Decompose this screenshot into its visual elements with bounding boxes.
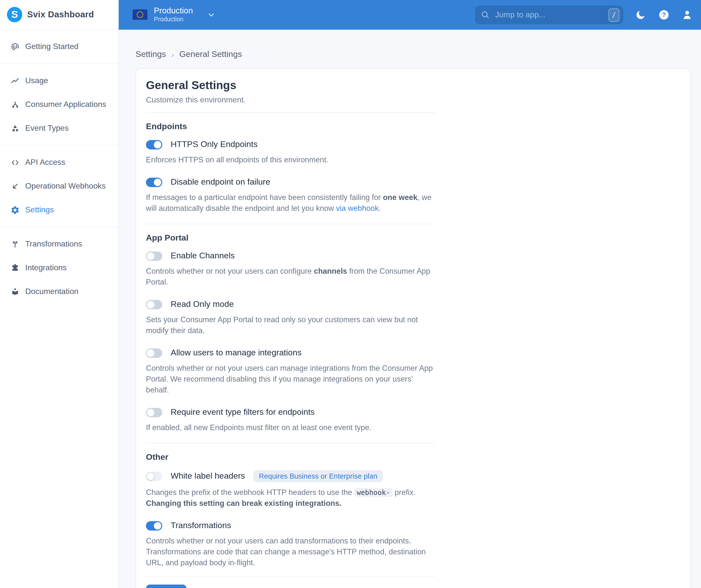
setting-label: Require event type filters for endpoints: [171, 407, 315, 417]
read-only-mode-toggle[interactable]: [146, 300, 162, 309]
dark-mode-toggle-button[interactable]: [634, 9, 647, 21]
chevron-down-icon: [207, 11, 215, 19]
setting-description: If messages to a particular endpoint hav…: [146, 192, 435, 214]
setting-description: Controls whether or not your users can m…: [146, 363, 435, 395]
nav-group: Getting Started: [0, 30, 118, 64]
plan-requirement-badge: Requires Business or Enterprise plan: [254, 470, 383, 482]
sidebar-item-getting-started[interactable]: Getting Started: [0, 35, 118, 58]
trend-line-icon: [10, 76, 20, 85]
disable-endpoint-on-failure-toggle[interactable]: [146, 177, 162, 187]
setting-label: Allow users to manage integrations: [171, 348, 301, 358]
sidebar-item-usage[interactable]: Usage: [0, 69, 118, 92]
sidebar-item-event-types[interactable]: Event Types: [0, 116, 118, 140]
sidebar-item-consumer-applications[interactable]: Consumer Applications: [0, 92, 118, 116]
moon-icon: [635, 9, 646, 21]
app-title: Svix Dashboard: [27, 9, 94, 20]
environment-labels: Production Production: [154, 6, 193, 24]
environment-name: Production: [154, 6, 193, 16]
book-reader-icon: [10, 287, 20, 296]
environment-sub-label: Production: [154, 16, 193, 23]
main-content: Settings › General Settings General Sett…: [119, 30, 701, 588]
setting-description: Changes the prefix of the webhook HTTP h…: [146, 487, 435, 509]
general-settings-card: General Settings Customize this environm…: [136, 68, 691, 588]
settings-content: General Settings Customize this environm…: [146, 79, 435, 588]
https-only-endpoints-toggle[interactable]: [146, 140, 162, 149]
breadcrumb-general-settings: General Settings: [179, 49, 242, 59]
slash-shortcut-badge: /: [609, 8, 619, 21]
sidebar-item-label: Getting Started: [25, 42, 78, 51]
sidebar-item-label: Consumer Applications: [25, 100, 106, 109]
breadcrumb-separator: ›: [172, 50, 174, 59]
setting-https-only-endpoints: HTTPS Only Endpoints Enforces HTTPS on a…: [146, 140, 435, 165]
sidebar-item-label: Integrations: [25, 263, 66, 272]
search-icon: [481, 10, 490, 19]
setting-description: If enabled, all new Endpoints must filte…: [146, 422, 435, 433]
page-title: General Settings: [146, 79, 435, 92]
jump-to-app-search: /: [475, 5, 623, 24]
split-nodes-icon: [10, 100, 20, 109]
sidebar-nav: Getting Started Usage: [0, 30, 118, 308]
setting-read-only-mode: Read Only mode Sets your Consumer App Po…: [146, 300, 435, 336]
webhook-prefix-code: webhook-: [354, 488, 393, 497]
setting-label: Enable Channels: [171, 251, 235, 261]
arrow-down-left-icon: [10, 181, 20, 191]
sidebar-item-label: Settings: [25, 205, 54, 214]
setting-description: Controls whether or not your users can c…: [146, 266, 435, 287]
sidebar-item-operational-webhooks[interactable]: Operational Webhooks: [0, 174, 118, 198]
svix-logo-icon: S: [7, 7, 22, 22]
enable-channels-toggle[interactable]: [146, 251, 162, 260]
nav-group: API Access Operational Webhooks: [0, 146, 118, 227]
app-logo-row: S Svix Dashboard: [0, 0, 118, 30]
manage-integrations-toggle[interactable]: [146, 348, 162, 358]
svg-text:?: ?: [662, 11, 666, 19]
section-heading: Endpoints: [146, 122, 435, 132]
question-mark-icon: ?: [658, 9, 670, 21]
breadcrumb: Settings › General Settings: [136, 49, 691, 59]
setting-label: White label headers: [171, 471, 245, 481]
setting-enable-channels: Enable Channels Controls whether or not …: [146, 251, 435, 287]
setting-white-label-headers: White label headers Requires Business or…: [146, 470, 435, 509]
setting-require-event-type-filters: Require event type filters for endpoints…: [146, 407, 435, 433]
setting-description: Controls whether or not your users can a…: [146, 536, 435, 568]
setting-description: Enforces HTTPS on all endpoints of this …: [146, 154, 435, 165]
white-label-headers-toggle[interactable]: [146, 471, 162, 481]
search-input[interactable]: [494, 10, 604, 20]
nav-group: Usage Consumer Applications: [0, 64, 118, 146]
help-button[interactable]: ?: [658, 9, 670, 21]
sidebar-item-label: Transformations: [25, 239, 82, 248]
setting-allow-users-manage-integrations: Allow users to manage integrations Contr…: [146, 348, 435, 395]
nav-group: Transformations Integrations: [0, 227, 118, 308]
sidebar-item-documentation[interactable]: Documentation: [0, 280, 118, 304]
section-heading: App Portal: [146, 233, 435, 243]
sidebar-item-label: API Access: [25, 158, 65, 167]
sidebar: S Svix Dashboard Getting Started: [0, 0, 119, 588]
save-button[interactable]: Save: [146, 585, 186, 588]
setting-label: Transformations: [171, 521, 231, 531]
eu-flag-icon: [133, 10, 148, 20]
sidebar-item-api-access[interactable]: API Access: [0, 151, 118, 174]
setting-disable-endpoint-on-failure: Disable endpoint on failure If messages …: [146, 177, 435, 214]
breadcrumb-settings[interactable]: Settings: [136, 49, 166, 59]
setting-transformations: Transformations Controls whether or not …: [146, 521, 435, 568]
sidebar-item-transformations[interactable]: Transformations: [0, 232, 118, 256]
user-icon: [681, 9, 693, 21]
user-menu-button[interactable]: [681, 9, 693, 21]
topbar: Production Production /: [119, 0, 701, 30]
puzzle-icon: [10, 263, 20, 272]
environment-picker[interactable]: Production Production: [133, 6, 215, 24]
via-webhook-link[interactable]: via webhook: [336, 204, 379, 212]
require-event-type-filters-toggle[interactable]: [146, 408, 162, 417]
sidebar-item-label: Event Types: [25, 124, 69, 133]
sidebar-item-settings[interactable]: Settings: [0, 198, 118, 222]
code-brackets-icon: [10, 158, 20, 167]
sidebar-item-integrations[interactable]: Integrations: [0, 256, 118, 280]
gear-icon: [10, 205, 20, 215]
section-app-portal: App Portal Enable Channels Controls whet…: [146, 224, 435, 433]
setting-label: Disable endpoint on failure: [171, 177, 270, 187]
split-arrows-icon: [10, 239, 20, 249]
setting-label: Read Only mode: [171, 300, 234, 309]
svix-dashboard-app: S Svix Dashboard Getting Started: [0, 0, 701, 588]
setting-description: Sets your Consumer App Portal to read on…: [146, 314, 435, 336]
transformations-toggle[interactable]: [146, 521, 162, 530]
shapes-icon: [10, 124, 20, 133]
